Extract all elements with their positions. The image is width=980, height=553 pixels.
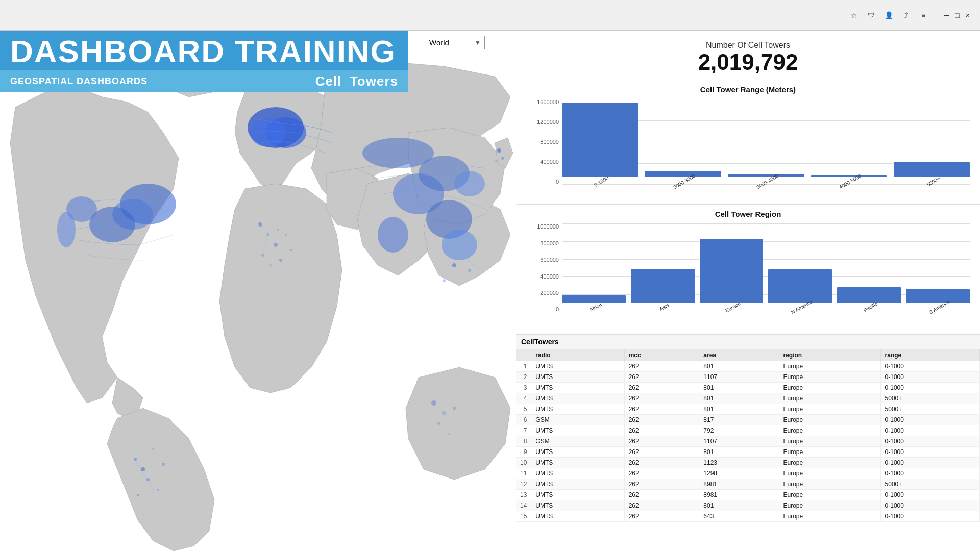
- cell-region: Europe: [779, 383, 880, 393]
- cell-region: Europe: [779, 479, 880, 490]
- cell-area: 792: [699, 425, 779, 436]
- cell-region: Europe: [779, 500, 880, 511]
- cell-region: Europe: [779, 468, 880, 479]
- cell-radio: UMTS: [531, 425, 624, 436]
- range-bar-2000-3000: 2000-3000: [645, 99, 721, 185]
- cell-range: 5000+: [880, 404, 979, 415]
- table-row: 3UMTS262801Europe0-1000: [516, 383, 980, 393]
- table-row: 1UMTS262801Europe0-1000: [516, 361, 980, 372]
- row-num: 11: [516, 468, 531, 479]
- table-section: CellTowers radio mcc area region range: [516, 334, 980, 553]
- cell-region: Europe: [779, 447, 880, 458]
- table-row: 9UMTS262801Europe0-1000: [516, 447, 980, 458]
- svg-point-36: [290, 249, 292, 251]
- cell-radio: UMTS: [531, 404, 624, 415]
- cell-range: 0-1000: [880, 490, 979, 500]
- kpi-section: Number Of Cell Towers 2,019,792: [516, 31, 980, 80]
- cell-region: Europe: [779, 361, 880, 372]
- table-row: 6GSM262817Europe0-1000: [516, 415, 980, 425]
- cell-region: Europe: [779, 490, 880, 500]
- row-num: 4: [516, 393, 531, 404]
- range-bar-4000-5000: 4000-5000: [811, 99, 887, 185]
- header-title-bar: DASHBOARD TRAINING: [0, 31, 408, 70]
- svg-point-10: [157, 489, 159, 491]
- range-y4: 1600000: [537, 99, 559, 105]
- region-label-4: Pacific: [863, 301, 878, 313]
- range-bar-0-1000: 0-1000: [562, 99, 638, 185]
- cell-area: 817: [699, 415, 779, 425]
- col-region: region: [779, 349, 880, 361]
- map-panel: DASHBOARD TRAINING GEOSPATIAL DASHBOARDS…: [0, 31, 516, 553]
- cell-area: 643: [699, 511, 779, 522]
- row-num: 7: [516, 425, 531, 436]
- svg-point-8: [146, 478, 150, 481]
- region-bar-asia: Asia: [631, 223, 695, 310]
- svg-point-5: [57, 212, 76, 247]
- row-num: 12: [516, 479, 531, 490]
- maximize-button[interactable]: □: [955, 11, 959, 19]
- cell-area: 1107: [699, 436, 779, 447]
- user-icon[interactable]: 👤: [885, 11, 893, 19]
- right-panel: Number Of Cell Towers 2,019,792 Cell Tow…: [516, 31, 980, 553]
- cell-mcc: 262: [624, 479, 699, 490]
- cell-range: 0-1000: [880, 415, 979, 425]
- cell-radio: GSM: [531, 436, 624, 447]
- geo-label: GEOSPATIAL DASHBOARDS: [10, 76, 148, 87]
- col-mcc: mcc: [624, 349, 699, 361]
- shield-icon[interactable]: 🛡: [867, 11, 875, 19]
- charts-area: Cell Tower Range (Meters) 1600000 120000…: [516, 80, 980, 553]
- row-num: 13: [516, 490, 531, 500]
- share-icon[interactable]: ⤴: [902, 11, 910, 19]
- table-row: 2UMTS2621107Europe0-1000: [516, 372, 980, 383]
- region-chart-title: Cell Tower Region: [526, 210, 970, 218]
- cell-area: 1123: [699, 458, 779, 468]
- svg-point-19: [442, 230, 477, 260]
- close-button[interactable]: ×: [966, 11, 970, 19]
- cell-radio: UMTS: [531, 383, 624, 393]
- region-label-0: Africa: [588, 301, 602, 313]
- cell-towers-table: radio mcc area region range 1UMTS262801E…: [516, 349, 980, 522]
- table-wrapper[interactable]: radio mcc area region range 1UMTS262801E…: [516, 349, 980, 553]
- world-select[interactable]: World Africa Asia Europe N America Pacif…: [424, 36, 485, 49]
- svg-point-42: [448, 433, 450, 435]
- world-map: [0, 31, 516, 553]
- cell-mcc: 262: [624, 404, 699, 415]
- cell-mcc: 262: [624, 436, 699, 447]
- cell-range: 0-1000: [880, 436, 979, 447]
- cell-area: 801: [699, 393, 779, 404]
- menu-icon[interactable]: ≡: [919, 11, 927, 19]
- cell-label: Cell_Towers: [315, 73, 398, 89]
- region-chart-section: Cell Tower Region 1000000 800000 600000 …: [516, 205, 980, 334]
- table-title: CellTowers: [516, 334, 980, 349]
- region-bar-africa: Africa: [562, 223, 626, 310]
- world-filter[interactable]: World Africa Asia Europe N America Pacif…: [424, 36, 485, 49]
- region-bar-europe: Europe: [700, 223, 764, 310]
- star-icon[interactable]: ☆: [850, 11, 858, 19]
- cell-mcc: 262: [624, 511, 699, 522]
- cell-radio: UMTS: [531, 361, 624, 372]
- cell-range: 0-1000: [880, 383, 979, 393]
- table-row: 4UMTS262801Europe5000+: [516, 393, 980, 404]
- main-content: DASHBOARD TRAINING GEOSPATIAL DASHBOARDS…: [0, 31, 980, 553]
- row-num: 15: [516, 511, 531, 522]
- range-y2: 800000: [540, 139, 559, 145]
- cell-region: Europe: [779, 415, 880, 425]
- row-num: 8: [516, 436, 531, 447]
- cell-region: Europe: [779, 425, 880, 436]
- cell-range: 0-1000: [880, 372, 979, 383]
- row-num: 9: [516, 447, 531, 458]
- region-y2: 400000: [540, 273, 559, 280]
- svg-point-31: [274, 243, 278, 247]
- range-bar-5000plus: 5000+: [894, 99, 970, 185]
- dashboard-title: DASHBOARD TRAINING: [10, 36, 398, 67]
- col-range: range: [880, 349, 979, 361]
- minimize-button[interactable]: ─: [944, 11, 949, 19]
- svg-point-33: [270, 264, 272, 266]
- cell-mcc: 262: [624, 372, 699, 383]
- cell-mcc: 262: [624, 361, 699, 372]
- cell-range: 0-1000: [880, 425, 979, 436]
- table-row: 10UMTS2621123Europe0-1000: [516, 458, 980, 468]
- svg-point-23: [452, 263, 456, 267]
- cell-radio: UMTS: [531, 393, 624, 404]
- table-row: 7UMTS262792Europe0-1000: [516, 425, 980, 436]
